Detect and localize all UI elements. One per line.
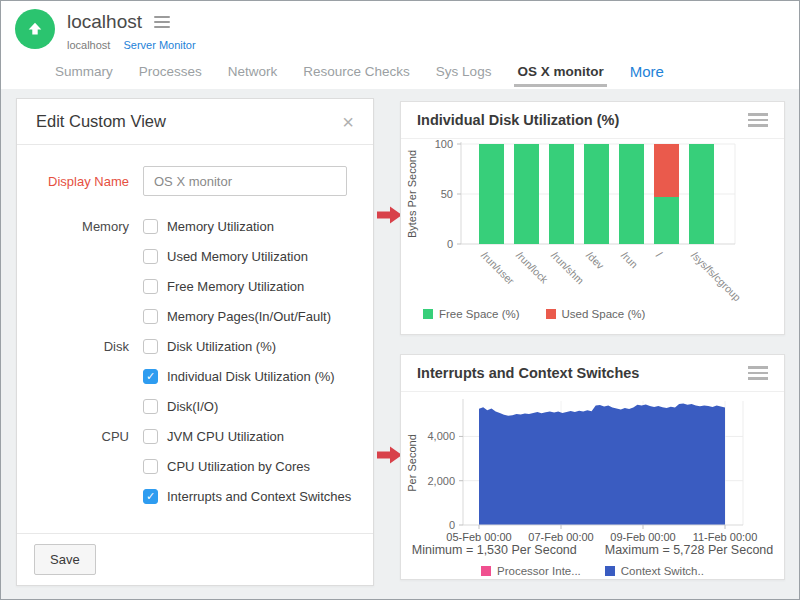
svg-text:Per Second: Per Second (406, 434, 418, 491)
svg-text:2,000: 2,000 (427, 475, 455, 487)
checkbox-label: CPU Utilization by Cores (167, 459, 310, 474)
svg-text:/run/shm: /run/shm (549, 249, 587, 287)
tab-osx-monitor[interactable]: OS X monitor (517, 64, 603, 79)
card-menu-icon[interactable] (748, 113, 768, 127)
pointer-arrow-icon (377, 206, 402, 224)
legend-used-space: Used Space (%) (546, 308, 646, 320)
card-header: Individual Disk Utilization (%) (401, 102, 784, 139)
legend-swatch-icon (423, 309, 433, 319)
checkbox-label: Free Memory Utilization (167, 279, 304, 294)
legend-free-space: Free Space (%) (423, 308, 520, 320)
checkbox-memory-pages[interactable] (143, 309, 158, 324)
tab-summary[interactable]: Summary (55, 64, 113, 79)
checkbox-disk-utilization[interactable] (143, 339, 158, 354)
legend-context-switches: Context Switch.. (605, 565, 704, 577)
svg-text:11-Feb 00:00: 11-Feb 00:00 (693, 531, 758, 543)
list-item: Individual Disk Utilization (%) (17, 361, 373, 391)
legend-swatch-icon (605, 566, 615, 576)
checkbox-label: Memory Pages(In/Out/Fault) (167, 309, 331, 324)
card-menu-icon[interactable] (748, 366, 768, 380)
tab-more[interactable]: More (630, 63, 664, 80)
checkbox-free-memory-utilization[interactable] (143, 279, 158, 294)
svg-text:100: 100 (435, 138, 453, 150)
chart-legend: Free Space (%) Used Space (%) (423, 308, 645, 320)
legend-label: Free Space (%) (439, 308, 520, 320)
tab-bar: Summary Processes Network Resource Check… (55, 55, 664, 87)
checkbox-label: Disk(I/O) (167, 399, 218, 414)
checkbox-label: Disk Utilization (%) (167, 339, 276, 354)
svg-text:50: 50 (441, 188, 453, 200)
pointer-arrow-icon (377, 446, 402, 464)
svg-text:0: 0 (447, 238, 453, 250)
checkbox-individual-disk-utilization[interactable] (143, 369, 158, 384)
chart-title-interrupts: Interrupts and Context Switches (417, 365, 639, 381)
legend-label: Context Switch.. (621, 565, 704, 577)
checkbox-label: JVM CPU Utilization (167, 429, 284, 444)
svg-text:/run: /run (619, 249, 640, 270)
stat-maximum: Maximum = 5,728 Per Second (605, 543, 774, 557)
legend-label: Processor Inte... (497, 565, 581, 577)
svg-text:07-Feb 00:00: 07-Feb 00:00 (528, 531, 593, 543)
panel-header: Edit Custom View × (17, 99, 373, 145)
list-item: CPU JVM CPU Utilization (17, 421, 373, 451)
svg-text:0: 0 (449, 519, 455, 531)
chart-title-disk: Individual Disk Utilization (%) (417, 112, 619, 128)
tab-sys-logs[interactable]: Sys Logs (436, 64, 492, 79)
checkbox-jvm-cpu-utilization[interactable] (143, 429, 158, 444)
list-item: Disk Disk Utilization (%) (17, 331, 373, 361)
legend-processor-interrupts: Processor Inte... (481, 565, 581, 577)
legend-swatch-icon (546, 309, 556, 319)
list-item: Memory Pages(In/Out/Fault) (17, 301, 373, 331)
chart-stats: Minimum = 1,530 Per Second Maximum = 5,7… (401, 543, 784, 557)
legend-label: Used Space (%) (562, 308, 646, 320)
list-item: CPU Utilization by Cores (17, 451, 373, 481)
save-button[interactable]: Save (34, 544, 96, 575)
list-item: Memory Memory Utilization (17, 211, 373, 241)
list-item: Interrupts and Context Switches (17, 481, 373, 511)
svg-text:/run/user: /run/user (479, 249, 517, 287)
checkbox-label: Individual Disk Utilization (%) (167, 369, 335, 384)
checkbox-used-memory-utilization[interactable] (143, 249, 158, 264)
group-label-memory: Memory (17, 219, 143, 234)
tab-resource-checks[interactable]: Resource Checks (303, 64, 410, 79)
group-label-cpu: CPU (17, 429, 143, 444)
tab-network[interactable]: Network (228, 64, 278, 79)
app-window: localhost localhost Server Monitor Summa… (0, 0, 800, 600)
display-name-input[interactable] (143, 166, 347, 196)
svg-text:09-Feb 00:00: 09-Feb 00:00 (610, 531, 675, 543)
checkbox-cpu-utilization-by-cores[interactable] (143, 459, 158, 474)
checkbox-interrupts-context-switches[interactable] (143, 489, 158, 504)
breadcrumb: localhost Server Monitor (67, 39, 196, 51)
title-menu-icon[interactable] (154, 16, 170, 28)
panel-footer: Save (17, 533, 373, 585)
disk-utilization-bar-chart: 050100/run/user/run/lock/run/shm/dev/run… (401, 138, 786, 306)
disk-utilization-card: Individual Disk Utilization (%) 050100/r… (400, 101, 785, 335)
content-area: Edit Custom View × Display Name Memory M… (1, 89, 799, 599)
tab-processes[interactable]: Processes (139, 64, 202, 79)
list-item: Disk(I/O) (17, 391, 373, 421)
page-title: localhost (67, 11, 142, 33)
checkbox-disk-io[interactable] (143, 399, 158, 414)
checkbox-label: Interrupts and Context Switches (167, 489, 351, 504)
svg-text:/: / (654, 249, 665, 260)
checkbox-memory-utilization[interactable] (143, 219, 158, 234)
svg-text:/sys/fs/cgroup: /sys/fs/cgroup (689, 249, 743, 303)
close-icon[interactable]: × (342, 112, 354, 132)
interrupts-card: Interrupts and Context Switches 02,0004,… (400, 354, 785, 580)
up-arrow-icon (26, 20, 44, 38)
interrupts-area-chart: 02,0004,00005-Feb 00:0007-Feb 00:0009-Fe… (401, 395, 786, 547)
group-label-disk: Disk (17, 339, 143, 354)
breadcrumb-host: localhost (67, 39, 110, 51)
header: localhost localhost Server Monitor Summa… (1, 1, 799, 89)
card-header: Interrupts and Context Switches (401, 355, 784, 392)
metric-checklist: Memory Memory Utilization Used Memory Ut… (17, 211, 373, 511)
breadcrumb-server-monitor-link[interactable]: Server Monitor (123, 39, 195, 51)
display-name-label: Display Name (17, 174, 143, 189)
stat-minimum: Minimum = 1,530 Per Second (412, 543, 577, 557)
chart-legend: Processor Inte... Context Switch.. (401, 565, 784, 577)
legend-swatch-icon (481, 566, 491, 576)
list-item: Free Memory Utilization (17, 271, 373, 301)
checkbox-label: Memory Utilization (167, 219, 274, 234)
checkbox-label: Used Memory Utilization (167, 249, 308, 264)
svg-text:/dev: /dev (584, 249, 607, 272)
